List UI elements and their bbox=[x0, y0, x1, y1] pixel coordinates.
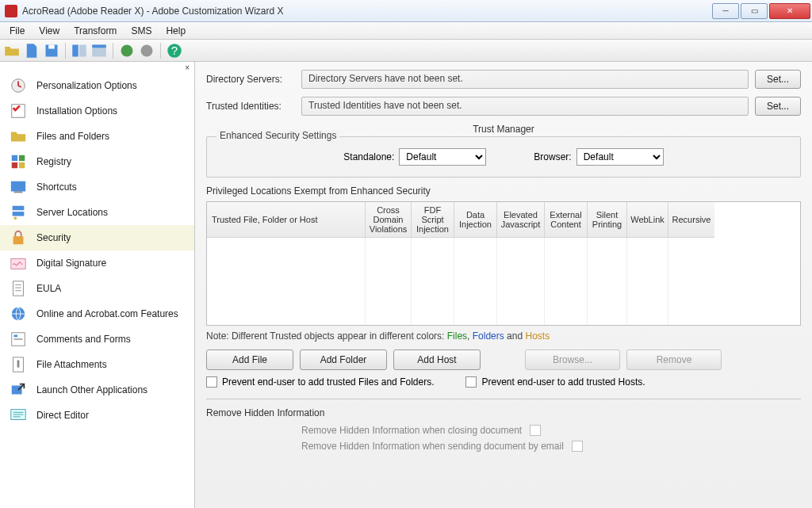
enhanced-security-fieldset: Enhanced Security Settings Standalone: D… bbox=[206, 136, 801, 178]
new-icon[interactable] bbox=[23, 42, 40, 59]
svg-rect-13 bbox=[12, 162, 17, 168]
open-icon[interactable] bbox=[3, 42, 21, 59]
clock-icon bbox=[8, 76, 29, 95]
sidebar-item-label: Registry bbox=[36, 156, 71, 167]
sidebar-item-label: Personalization Options bbox=[36, 80, 137, 91]
sidebar-item-editor[interactable]: Direct Editor bbox=[0, 403, 194, 428]
menu-view[interactable]: View bbox=[33, 24, 66, 38]
add-host-button[interactable]: Add Host bbox=[393, 349, 481, 370]
remove-closing-checkbox[interactable] bbox=[530, 425, 541, 436]
maximize-button[interactable]: ▭ bbox=[741, 3, 768, 19]
save-icon[interactable] bbox=[43, 42, 60, 59]
sidebar-item-installation[interactable]: Installation Options bbox=[0, 98, 194, 124]
help-icon[interactable]: ? bbox=[166, 42, 183, 59]
svg-rect-16 bbox=[13, 206, 25, 211]
sidebar-item-personalization[interactable]: Personalization Options bbox=[0, 73, 194, 98]
sidebar-item-registry[interactable]: Registry bbox=[0, 149, 194, 174]
menu-help[interactable]: Help bbox=[159, 24, 192, 38]
layout-icon[interactable] bbox=[71, 42, 88, 59]
window-title: AcroRead (Adobe Reader X) - Adobe Custom… bbox=[22, 6, 284, 17]
directory-servers-label: Directory Servers: bbox=[206, 74, 301, 85]
svg-rect-15 bbox=[11, 181, 25, 192]
panels-icon[interactable] bbox=[90, 42, 108, 59]
svg-point-6 bbox=[141, 44, 153, 56]
toolbar-sep2 bbox=[113, 43, 113, 59]
sidebar-item-attachments[interactable]: File Attachments bbox=[0, 352, 194, 377]
svg-rect-0 bbox=[48, 44, 55, 48]
col-fdf[interactable]: FDF Script Injection bbox=[412, 202, 454, 238]
svg-text:?: ? bbox=[171, 44, 178, 57]
folder-icon bbox=[8, 127, 29, 146]
main-panel: Directory Servers: Directory Servers hav… bbox=[195, 62, 812, 508]
build-icon[interactable] bbox=[118, 42, 136, 59]
sidebar-item-server[interactable]: Server Locations bbox=[0, 200, 194, 225]
enhanced-security-title: Enhanced Security Settings bbox=[216, 130, 339, 141]
set-directory-button[interactable]: Set... bbox=[755, 70, 801, 89]
window-buttons: ─ ▭ ✕ bbox=[712, 3, 812, 19]
sidebar-item-label: Online and Acrobat.com Features bbox=[36, 308, 178, 319]
col-data-inj[interactable]: Data Injection bbox=[454, 202, 497, 238]
sidebar-item-comments[interactable]: Comments and Forms bbox=[0, 327, 194, 352]
col-trusted[interactable]: Trusted File, Folder or Host bbox=[207, 202, 366, 238]
prevent-files-checkbox[interactable] bbox=[206, 376, 217, 388]
privileged-grid[interactable]: Trusted File, Folder or Host Cross Domai… bbox=[206, 201, 801, 326]
sidebar-close-icon[interactable]: × bbox=[180, 62, 194, 74]
settings-icon[interactable] bbox=[138, 42, 155, 59]
sidebar-item-label: Security bbox=[36, 232, 71, 243]
browser-label: Browser: bbox=[534, 151, 571, 162]
menu-sms[interactable]: SMS bbox=[124, 24, 158, 38]
sidebar-item-shortcuts[interactable]: Shortcuts bbox=[0, 174, 194, 200]
remove-email-checkbox[interactable] bbox=[572, 441, 583, 452]
col-weblink[interactable]: WebLink bbox=[627, 202, 668, 238]
remove-button[interactable]: Remove bbox=[626, 349, 722, 370]
sidebar-item-online[interactable]: Online and Acrobat.com Features bbox=[0, 301, 194, 327]
toolbar-sep3 bbox=[160, 43, 161, 59]
launch-icon bbox=[8, 380, 29, 399]
prevent-hosts-checkbox[interactable] bbox=[465, 376, 477, 388]
browse-button[interactable]: Browse... bbox=[525, 349, 620, 370]
svg-rect-11 bbox=[12, 155, 17, 161]
svg-rect-4 bbox=[92, 44, 106, 48]
menu-transform[interactable]: Transform bbox=[67, 24, 123, 38]
note-line: Note: Different Trusted objects appear i… bbox=[206, 330, 801, 342]
svg-rect-14 bbox=[19, 162, 25, 168]
sidebar-item-label: Installation Options bbox=[36, 105, 117, 116]
col-cross-domain[interactable]: Cross Domain Violations bbox=[366, 202, 412, 238]
svg-rect-24 bbox=[14, 335, 18, 338]
col-silent[interactable]: Silent Printing bbox=[588, 202, 627, 238]
col-elevated-js[interactable]: Elevated Javascript bbox=[497, 202, 545, 238]
sidebar-item-label: Files and Folders bbox=[36, 131, 109, 142]
svg-rect-25 bbox=[14, 338, 23, 340]
svg-rect-21 bbox=[13, 281, 24, 296]
sidebar-item-signature[interactable]: Digital Signature bbox=[0, 250, 194, 276]
standalone-select[interactable]: Default bbox=[399, 148, 486, 166]
menu-file[interactable]: File bbox=[3, 24, 31, 38]
lock-icon bbox=[8, 228, 29, 247]
minimize-button[interactable]: ─ bbox=[712, 3, 739, 19]
registry-icon bbox=[8, 152, 29, 171]
sidebar-item-security[interactable]: Security bbox=[0, 225, 194, 250]
add-folder-button[interactable]: Add Folder bbox=[300, 349, 387, 370]
privileged-title: Privileged Locations Exempt from Enhance… bbox=[206, 185, 801, 197]
directory-servers-value: Directory Servers have not been set. bbox=[301, 70, 749, 89]
svg-rect-17 bbox=[13, 212, 25, 216]
remove-closing-label: Remove Hidden Information when closing d… bbox=[301, 425, 522, 436]
set-trusted-button[interactable]: Set... bbox=[755, 97, 801, 116]
add-file-button[interactable]: Add File bbox=[206, 349, 293, 370]
remove-hidden-title: Remove Hidden Information bbox=[206, 407, 801, 418]
sidebar-item-launch[interactable]: Launch Other Applications bbox=[0, 377, 194, 403]
col-external[interactable]: External Content bbox=[545, 202, 588, 238]
close-button[interactable]: ✕ bbox=[769, 3, 810, 19]
svg-point-5 bbox=[121, 44, 133, 56]
editor-icon bbox=[8, 406, 29, 425]
svg-rect-19 bbox=[13, 236, 24, 244]
menubar: File View Transform SMS Help bbox=[0, 22, 812, 40]
remove-email-label: Remove Hidden Information when sending d… bbox=[301, 441, 564, 452]
browser-select[interactable]: Default bbox=[576, 148, 664, 166]
sidebar-item-label: Server Locations bbox=[36, 207, 108, 218]
svg-rect-1 bbox=[72, 44, 79, 56]
standalone-label: Standalone: bbox=[343, 151, 394, 162]
col-recursive[interactable]: Recursive bbox=[668, 202, 714, 238]
sidebar-item-files[interactable]: Files and Folders bbox=[0, 124, 194, 149]
sidebar-item-eula[interactable]: EULA bbox=[0, 276, 194, 301]
